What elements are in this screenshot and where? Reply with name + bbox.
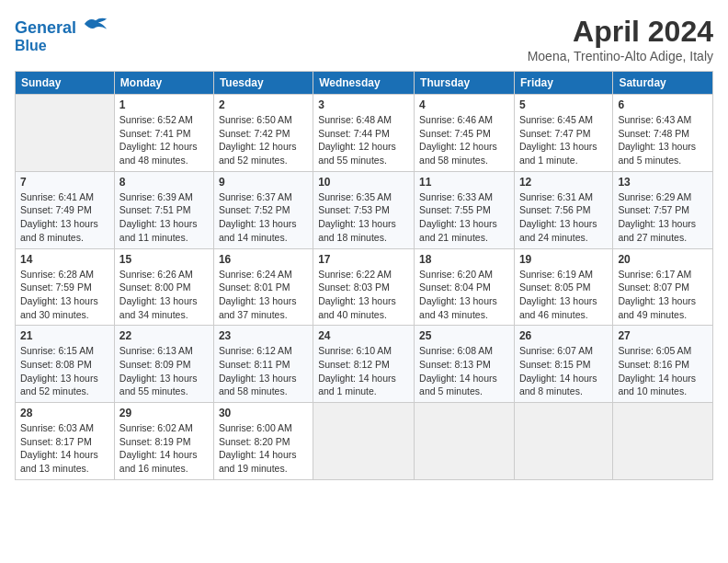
day-info: Sunrise: 6:45 AM Sunset: 7:47 PM Dayligh… — [519, 113, 608, 167]
calendar-week-row: 28Sunrise: 6:03 AM Sunset: 8:17 PM Dayli… — [16, 403, 713, 480]
calendar-cell: 29Sunrise: 6:02 AM Sunset: 8:19 PM Dayli… — [114, 403, 213, 480]
calendar-cell: 7Sunrise: 6:41 AM Sunset: 7:49 PM Daylig… — [16, 171, 115, 248]
day-number: 22 — [119, 329, 209, 342]
calendar-header-row: SundayMondayTuesdayWednesdayThursdayFrid… — [16, 72, 713, 95]
calendar-cell: 6Sunrise: 6:43 AM Sunset: 7:48 PM Daylig… — [613, 95, 713, 172]
logo-bird-icon — [83, 15, 108, 33]
main-title: April 2024 — [528, 15, 713, 49]
col-header-tuesday: Tuesday — [213, 72, 313, 95]
calendar-cell: 11Sunrise: 6:33 AM Sunset: 7:55 PM Dayli… — [415, 171, 515, 248]
day-number: 19 — [519, 253, 608, 266]
calendar-week-row: 14Sunrise: 6:28 AM Sunset: 7:59 PM Dayli… — [16, 248, 713, 326]
day-number: 18 — [419, 253, 509, 266]
calendar-cell — [613, 403, 713, 480]
day-info: Sunrise: 6:35 AM Sunset: 7:53 PM Dayligh… — [318, 190, 409, 245]
calendar-cell: 22Sunrise: 6:13 AM Sunset: 8:09 PM Dayli… — [114, 326, 213, 403]
day-number: 12 — [519, 176, 608, 189]
calendar-cell: 30Sunrise: 6:00 AM Sunset: 8:20 PM Dayli… — [213, 403, 313, 480]
day-info: Sunrise: 6:50 AM Sunset: 7:42 PM Dayligh… — [219, 113, 308, 167]
calendar-cell: 26Sunrise: 6:07 AM Sunset: 8:15 PM Dayli… — [514, 326, 612, 403]
day-number: 2 — [219, 98, 308, 111]
calendar-cell: 13Sunrise: 6:29 AM Sunset: 7:57 PM Dayli… — [613, 171, 713, 248]
day-info: Sunrise: 6:24 AM Sunset: 8:01 PM Dayligh… — [219, 268, 308, 322]
day-info: Sunrise: 6:00 AM Sunset: 8:20 PM Dayligh… — [219, 421, 308, 476]
logo-text: General — [15, 15, 108, 38]
col-header-thursday: Thursday — [415, 72, 515, 95]
day-info: Sunrise: 6:31 AM Sunset: 7:56 PM Dayligh… — [519, 190, 608, 245]
subtitle: Moena, Trentino-Alto Adige, Italy — [528, 49, 713, 63]
day-number: 30 — [219, 407, 308, 419]
calendar-cell: 9Sunrise: 6:37 AM Sunset: 7:52 PM Daylig… — [213, 171, 313, 248]
day-number: 23 — [219, 329, 308, 342]
day-number: 28 — [20, 407, 109, 419]
calendar-cell: 5Sunrise: 6:45 AM Sunset: 7:47 PM Daylig… — [514, 95, 612, 172]
calendar-cell — [313, 403, 415, 480]
day-number: 21 — [20, 329, 109, 342]
calendar-cell: 20Sunrise: 6:17 AM Sunset: 8:07 PM Dayli… — [613, 248, 713, 326]
day-number: 6 — [618, 98, 708, 111]
calendar-body: 1Sunrise: 6:52 AM Sunset: 7:41 PM Daylig… — [16, 95, 713, 480]
calendar-cell: 10Sunrise: 6:35 AM Sunset: 7:53 PM Dayli… — [313, 171, 415, 248]
col-header-sunday: Sunday — [16, 72, 115, 95]
day-number: 11 — [419, 176, 509, 189]
calendar-cell: 16Sunrise: 6:24 AM Sunset: 8:01 PM Dayli… — [213, 248, 313, 326]
calendar-cell: 4Sunrise: 6:46 AM Sunset: 7:45 PM Daylig… — [415, 95, 515, 172]
day-info: Sunrise: 6:46 AM Sunset: 7:45 PM Dayligh… — [419, 113, 509, 167]
day-info: Sunrise: 6:48 AM Sunset: 7:44 PM Dayligh… — [318, 113, 409, 167]
calendar-cell — [514, 403, 612, 480]
day-number: 13 — [618, 176, 708, 189]
col-header-monday: Monday — [114, 72, 213, 95]
calendar-cell: 27Sunrise: 6:05 AM Sunset: 8:16 PM Dayli… — [613, 326, 713, 403]
calendar-cell: 2Sunrise: 6:50 AM Sunset: 7:42 PM Daylig… — [213, 95, 313, 172]
day-number: 7 — [20, 176, 109, 189]
day-info: Sunrise: 6:37 AM Sunset: 7:52 PM Dayligh… — [219, 190, 308, 245]
calendar-cell: 19Sunrise: 6:19 AM Sunset: 8:05 PM Dayli… — [514, 248, 612, 326]
day-info: Sunrise: 6:03 AM Sunset: 8:17 PM Dayligh… — [20, 421, 109, 476]
title-block: April 2024 Moena, Trentino-Alto Adige, I… — [528, 15, 713, 63]
page-header: General Blue April 2024 Moena, Trentino-… — [15, 15, 713, 63]
calendar-cell: 23Sunrise: 6:12 AM Sunset: 8:11 PM Dayli… — [213, 326, 313, 403]
day-number: 20 — [618, 253, 708, 266]
day-number: 14 — [20, 253, 109, 266]
logo-general: General — [15, 18, 76, 37]
calendar-cell: 18Sunrise: 6:20 AM Sunset: 8:04 PM Dayli… — [415, 248, 515, 326]
calendar-cell — [415, 403, 515, 480]
calendar-cell: 28Sunrise: 6:03 AM Sunset: 8:17 PM Dayli… — [16, 403, 115, 480]
day-number: 15 — [119, 253, 209, 266]
day-info: Sunrise: 6:10 AM Sunset: 8:12 PM Dayligh… — [318, 344, 409, 398]
day-info: Sunrise: 6:33 AM Sunset: 7:55 PM Dayligh… — [419, 190, 509, 245]
day-info: Sunrise: 6:08 AM Sunset: 8:13 PM Dayligh… — [419, 344, 509, 398]
calendar-cell: 8Sunrise: 6:39 AM Sunset: 7:51 PM Daylig… — [114, 171, 213, 248]
day-info: Sunrise: 6:02 AM Sunset: 8:19 PM Dayligh… — [119, 421, 209, 476]
day-number: 8 — [119, 176, 209, 189]
day-number: 5 — [519, 98, 608, 111]
calendar-cell: 21Sunrise: 6:15 AM Sunset: 8:08 PM Dayli… — [16, 326, 115, 403]
calendar-cell — [16, 95, 115, 172]
calendar-cell: 17Sunrise: 6:22 AM Sunset: 8:03 PM Dayli… — [313, 248, 415, 326]
day-number: 9 — [219, 176, 308, 189]
day-info: Sunrise: 6:29 AM Sunset: 7:57 PM Dayligh… — [618, 190, 708, 245]
day-number: 24 — [318, 329, 409, 342]
day-info: Sunrise: 6:28 AM Sunset: 7:59 PM Dayligh… — [20, 268, 109, 322]
day-info: Sunrise: 6:13 AM Sunset: 8:09 PM Dayligh… — [119, 344, 209, 398]
calendar-week-row: 7Sunrise: 6:41 AM Sunset: 7:49 PM Daylig… — [16, 171, 713, 248]
day-number: 26 — [519, 329, 608, 342]
calendar-table: SundayMondayTuesdayWednesdayThursdayFrid… — [15, 71, 713, 480]
day-number: 1 — [119, 98, 209, 111]
logo: General Blue — [15, 15, 108, 53]
calendar-cell: 3Sunrise: 6:48 AM Sunset: 7:44 PM Daylig… — [313, 95, 415, 172]
day-info: Sunrise: 6:20 AM Sunset: 8:04 PM Dayligh… — [419, 268, 509, 322]
day-info: Sunrise: 6:19 AM Sunset: 8:05 PM Dayligh… — [519, 268, 608, 322]
calendar-cell: 1Sunrise: 6:52 AM Sunset: 7:41 PM Daylig… — [114, 95, 213, 172]
day-number: 25 — [419, 329, 509, 342]
col-header-wednesday: Wednesday — [313, 72, 415, 95]
day-info: Sunrise: 6:05 AM Sunset: 8:16 PM Dayligh… — [618, 344, 708, 398]
day-info: Sunrise: 6:15 AM Sunset: 8:08 PM Dayligh… — [20, 344, 109, 398]
calendar-cell: 24Sunrise: 6:10 AM Sunset: 8:12 PM Dayli… — [313, 326, 415, 403]
day-info: Sunrise: 6:52 AM Sunset: 7:41 PM Dayligh… — [119, 113, 209, 167]
day-number: 29 — [119, 407, 209, 419]
calendar-week-row: 21Sunrise: 6:15 AM Sunset: 8:08 PM Dayli… — [16, 326, 713, 403]
day-info: Sunrise: 6:41 AM Sunset: 7:49 PM Dayligh… — [20, 190, 109, 245]
day-number: 4 — [419, 98, 509, 111]
col-header-friday: Friday — [514, 72, 612, 95]
